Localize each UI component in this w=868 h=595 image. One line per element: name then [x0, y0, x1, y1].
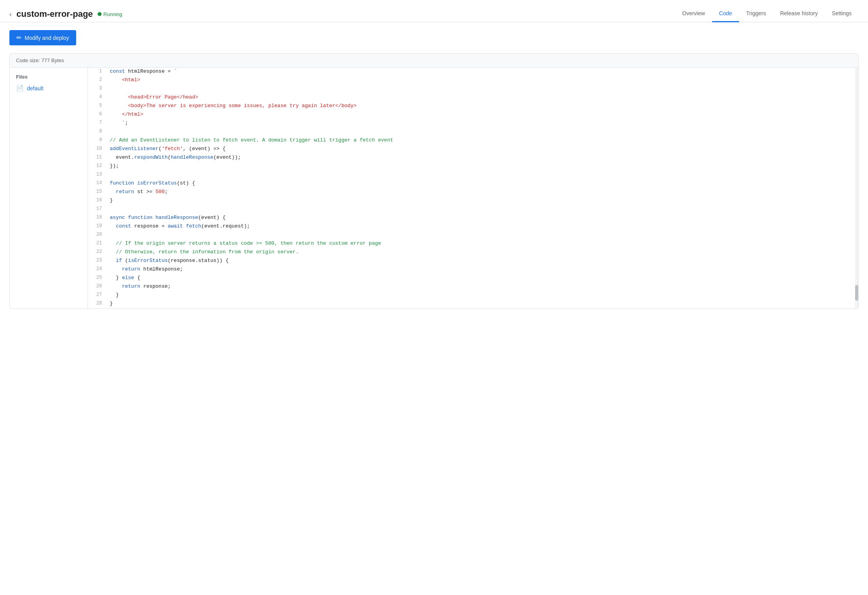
- table-row: 11 event.respondWith(handleResponse(even…: [88, 154, 858, 162]
- modify-deploy-label: Modify and deploy: [25, 35, 69, 41]
- editor-container: Code size: 777 Bytes Files 📄 default 1 c…: [9, 53, 859, 309]
- tab-settings[interactable]: Settings: [825, 6, 859, 22]
- table-row: 19 const response = await fetch(event.re…: [88, 222, 858, 231]
- content-area: ✏ Modify and deploy Code size: 777 Bytes…: [0, 22, 868, 317]
- table-row: 17: [88, 205, 858, 214]
- pencil-icon: ✏: [16, 34, 21, 41]
- table-row: 15 return st >= 500;: [88, 188, 858, 197]
- editor-header: Code size: 777 Bytes: [10, 54, 858, 68]
- back-button[interactable]: ‹: [9, 10, 12, 18]
- table-row: 18 async function handleResponse(event) …: [88, 214, 858, 222]
- table-row: 21 // If the origin server returns a sta…: [88, 240, 858, 248]
- table-row: 4 <head>Error Page</head>: [88, 93, 858, 102]
- table-row: 2 <html>: [88, 76, 858, 85]
- table-row: 5 <body>The server is experiencing some …: [88, 102, 858, 111]
- table-row: 7 `;: [88, 119, 858, 128]
- file-name: default: [27, 85, 43, 91]
- tab-triggers[interactable]: Triggers: [739, 6, 773, 22]
- app-title: custom-error-page: [16, 9, 93, 19]
- files-label: Files: [10, 71, 88, 81]
- table-row: 20: [88, 231, 858, 240]
- table-row: 27 }: [88, 291, 858, 300]
- code-table: 1 const htmlResponse = ` 2 <html> 3: [88, 68, 858, 308]
- code-area[interactable]: 1 const htmlResponse = ` 2 <html> 3: [88, 68, 858, 308]
- top-bar: ‹ custom-error-page Running Overview Cod…: [0, 0, 868, 22]
- table-row: 24 return htmlResponse;: [88, 265, 858, 274]
- modify-deploy-button[interactable]: ✏ Modify and deploy: [9, 30, 76, 45]
- table-row: 26 return response;: [88, 283, 858, 291]
- status-label: Running: [104, 11, 122, 17]
- scrollbar[interactable]: [855, 68, 858, 308]
- table-row: 16 }: [88, 197, 858, 205]
- table-row: 6 </html>: [88, 111, 858, 119]
- table-row: 14 function isErrorStatus(st) {: [88, 179, 858, 188]
- tab-code[interactable]: Code: [712, 6, 739, 22]
- file-sidebar: Files 📄 default: [10, 68, 88, 308]
- table-row: 3: [88, 85, 858, 93]
- tab-release-history[interactable]: Release history: [773, 6, 825, 22]
- editor-body: Files 📄 default 1 const htmlResponse = `…: [10, 68, 858, 308]
- tab-overview[interactable]: Overview: [675, 6, 712, 22]
- file-item-default[interactable]: 📄 default: [10, 81, 88, 95]
- table-row: 10 addEventListener('fetch', (event) => …: [88, 145, 858, 154]
- status-badge: Running: [98, 11, 122, 17]
- table-row: 22 // Otherwise, return the information …: [88, 248, 858, 257]
- table-row: 12 });: [88, 162, 858, 171]
- table-row: 8: [88, 128, 858, 136]
- table-row: 13: [88, 171, 858, 179]
- tabs-container: Overview Code Triggers Release history S…: [675, 6, 859, 22]
- table-row: 23 if (isErrorStatus(response.status)) {: [88, 257, 858, 265]
- file-icon: 📄: [16, 84, 24, 92]
- table-row: 9 // Add an EventListener to listen to f…: [88, 136, 858, 145]
- status-dot: [98, 12, 102, 16]
- scrollbar-thumb[interactable]: [855, 285, 858, 301]
- code-size-label: Code size: 777 Bytes: [16, 57, 64, 63]
- table-row: 25 } else {: [88, 274, 858, 283]
- table-row: 28 }: [88, 300, 858, 308]
- table-row: 1 const htmlResponse = `: [88, 68, 858, 76]
